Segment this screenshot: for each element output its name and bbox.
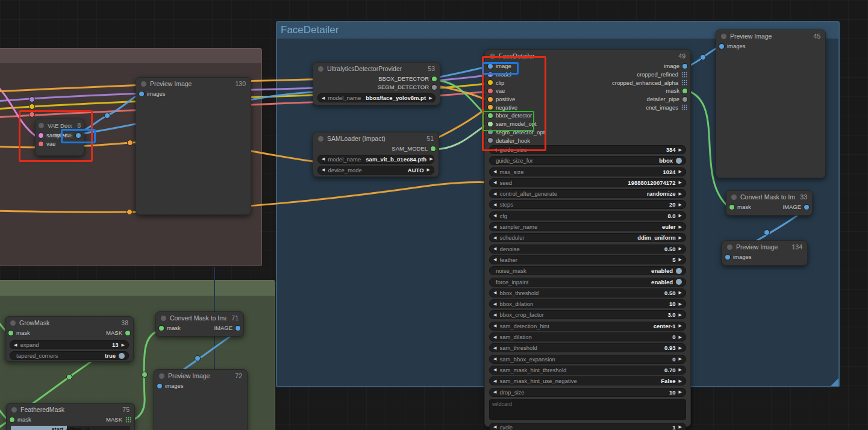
widget-feather[interactable]: feather5 bbox=[489, 255, 686, 264]
node-convert-mask-to-image-33[interactable]: Convert Mask to Image 33 mask IMAGE bbox=[726, 190, 813, 216]
node-preview-image-72[interactable]: Preview Image 72 images bbox=[154, 369, 248, 430]
collapse-dot[interactable] bbox=[721, 34, 726, 39]
widget-model-name[interactable]: model_name bbox/face_yolov8m.pt bbox=[317, 93, 436, 102]
input-slot-images[interactable] bbox=[719, 44, 724, 49]
widget-sam-detection-hint[interactable]: sam_detection_hintcenter-1 bbox=[489, 322, 686, 331]
widget-scheduler[interactable]: schedulerddim_uniform bbox=[489, 233, 686, 242]
input-slot-images[interactable] bbox=[157, 384, 162, 388]
output-slot-image[interactable] bbox=[682, 64, 687, 69]
widget-drop-size[interactable]: drop_size10 bbox=[489, 388, 686, 397]
widget-device-mode[interactable]: device_mode AUTO bbox=[317, 166, 434, 175]
output-slot-image[interactable] bbox=[76, 133, 81, 138]
widget-model-name[interactable]: model_name sam_vit_b_01ec84.pth bbox=[317, 155, 434, 164]
widget-bbox-threshold[interactable]: bbox_threshold0.50 bbox=[489, 288, 686, 298]
output-slot-mask[interactable] bbox=[682, 89, 687, 93]
collapse-dot[interactable] bbox=[39, 123, 44, 128]
collapse-dot[interactable] bbox=[318, 66, 323, 72]
widget-control-after-generate[interactable]: control_after_generaterandomize bbox=[489, 189, 686, 198]
output-slot-sam-model[interactable] bbox=[431, 146, 436, 151]
widget-value: ddim_uniform bbox=[632, 234, 675, 241]
widget-noise-mask[interactable]: noise_maskenabled bbox=[489, 266, 686, 275]
output-slot-image[interactable] bbox=[236, 326, 240, 331]
group-green-header[interactable] bbox=[0, 281, 275, 296]
input-slot-segm-detector-opt[interactable] bbox=[488, 129, 493, 134]
widget-guide-size-for[interactable]: guide_size_forbbox bbox=[489, 156, 686, 165]
widget-sam-threshold[interactable]: sam_threshold0.93 bbox=[489, 343, 686, 352]
widget-bbox-dilation[interactable]: bbox_dilation10 bbox=[489, 299, 686, 308]
node-preview-image-134[interactable]: Preview Image 134 images bbox=[722, 240, 808, 266]
widget-label: start_offset bbox=[51, 426, 81, 430]
widget-sam-bbox-expansion[interactable]: sam_bbox_expansion0 bbox=[489, 355, 686, 364]
toggle-dot[interactable] bbox=[676, 279, 682, 285]
node-ultralytics-detector-provider[interactable]: UltralyticsDetectorProvider 53 BBOX_DETE… bbox=[313, 62, 440, 105]
collapse-dot[interactable] bbox=[727, 245, 732, 250]
collapse-dot[interactable] bbox=[10, 320, 16, 326]
list-output-icon[interactable] bbox=[681, 72, 687, 78]
collapse-dot[interactable] bbox=[161, 316, 166, 321]
node-id: 49 bbox=[677, 52, 685, 60]
widget-max-size[interactable]: max_size1024 bbox=[489, 167, 686, 176]
list-output-icon[interactable] bbox=[681, 79, 687, 86]
node-samloader[interactable]: SAMLoader (Impact) 51 SAM_MODEL model_na… bbox=[313, 132, 439, 177]
node-featheredmask[interactable]: FeatheredMask 75 mask MASK start_offset … bbox=[6, 403, 135, 430]
widget-seed[interactable]: seed198880120074172 bbox=[489, 178, 686, 187]
collapse-dot[interactable] bbox=[731, 195, 737, 200]
input-slot-positive[interactable] bbox=[488, 97, 493, 102]
collapse-dot[interactable] bbox=[490, 54, 495, 59]
input-slot-detailer-hook[interactable] bbox=[488, 138, 493, 143]
node-graph-canvas[interactable]: FaceDetailer bbox=[0, 0, 868, 430]
widget-force-inpaint[interactable]: force_inpaintenabled bbox=[489, 278, 686, 287]
output-slot-bbox-detector[interactable] bbox=[432, 76, 437, 81]
collapse-dot[interactable] bbox=[11, 407, 17, 413]
input-slot-samples[interactable] bbox=[39, 133, 43, 138]
widget-denoise[interactable]: denoise0.50 bbox=[489, 245, 686, 254]
input-slot-images[interactable] bbox=[139, 92, 144, 96]
input-slot-sam-model-opt[interactable] bbox=[488, 122, 493, 126]
toggle-dot[interactable] bbox=[676, 158, 682, 164]
collapse-dot[interactable] bbox=[159, 373, 164, 379]
output-slot-mask[interactable] bbox=[125, 331, 130, 335]
collapse-dot[interactable] bbox=[141, 81, 146, 87]
widget-expand[interactable]: expand 13 bbox=[10, 340, 129, 349]
wildcard-textarea[interactable]: wildcard bbox=[489, 399, 686, 420]
input-slot-vae[interactable] bbox=[39, 142, 43, 146]
output-slot-image[interactable] bbox=[804, 205, 809, 210]
input-slot-images[interactable] bbox=[725, 255, 730, 260]
node-preview-image-130[interactable]: Preview Image 130 images bbox=[136, 77, 251, 215]
widget-sam-mask-hint-use-negative[interactable]: sam_mask_hint_use_negativeFalse bbox=[489, 376, 686, 385]
toggle-dot[interactable] bbox=[119, 353, 125, 359]
output-slot-segm-detector[interactable] bbox=[432, 85, 437, 90]
node-growmask[interactable]: GrowMask 38 mask MASK expand 13 tapered_… bbox=[5, 316, 134, 362]
widget-cycle[interactable]: cycle1 bbox=[489, 423, 686, 430]
input-slot-image[interactable] bbox=[488, 64, 493, 69]
widget-sampler-name[interactable]: sampler_nameeuler bbox=[489, 222, 686, 231]
widget-sam-mask-hint-threshold[interactable]: sam_mask_hint_threshold0.70 bbox=[489, 366, 686, 375]
toggle-dot[interactable] bbox=[676, 268, 682, 274]
input-slot-mask[interactable] bbox=[10, 417, 14, 422]
group-resize-handle[interactable] bbox=[831, 378, 838, 386]
input-slot-clip[interactable] bbox=[488, 80, 493, 85]
node-facedetailer[interactable]: FaceDetailer 49 image model clip vae pos… bbox=[484, 49, 691, 427]
input-slot-mask[interactable] bbox=[729, 205, 734, 210]
input-slot-model[interactable] bbox=[488, 72, 493, 77]
widget-sam-dilation[interactable]: sam_dilation0 bbox=[489, 332, 686, 341]
output-slot-detailer-pipe[interactable] bbox=[682, 97, 687, 102]
input-slot-vae[interactable] bbox=[488, 89, 493, 93]
widget-tapered-corners[interactable]: tapered_corners true bbox=[10, 351, 129, 360]
widget-guide-size[interactable]: guide_size384 bbox=[489, 145, 686, 154]
node-preview-image-45[interactable]: Preview Image 45 images bbox=[716, 30, 826, 178]
node-convert-mask-to-image-71[interactable]: Convert Mask to Image 71 mask IMAGE bbox=[155, 311, 244, 337]
list-output-icon[interactable] bbox=[125, 417, 131, 423]
input-slot-bbox-detector[interactable] bbox=[488, 113, 493, 118]
widget-steps[interactable]: steps20 bbox=[489, 200, 686, 209]
collapse-dot[interactable] bbox=[318, 136, 323, 142]
input-slot-mask[interactable] bbox=[8, 331, 13, 335]
group-maroon-header[interactable] bbox=[0, 49, 261, 63]
widget-start-offset-slider[interactable]: start_offset -4 bbox=[11, 426, 130, 430]
list-output-icon[interactable] bbox=[681, 104, 687, 110]
input-slot-negative[interactable] bbox=[488, 105, 493, 110]
input-slot-mask[interactable] bbox=[159, 326, 164, 331]
node-vae-decode[interactable]: VAE Decode 8 samples vae IMAGE bbox=[35, 119, 84, 156]
widget-bbox-crop-factor[interactable]: bbox_crop_factor3.0 bbox=[489, 310, 686, 319]
widget-cfg[interactable]: cfg8.0 bbox=[489, 211, 686, 220]
